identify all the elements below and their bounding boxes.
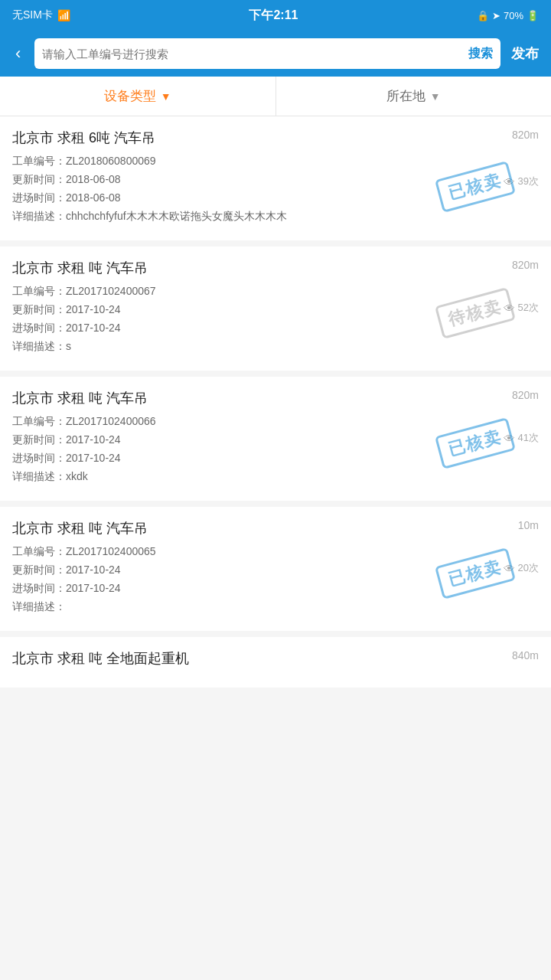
publish-button[interactable]: 发布: [508, 44, 542, 63]
lock-icon: 🔒: [477, 10, 489, 21]
update-time-value: 更新时间：2018-06-08: [12, 173, 121, 187]
status-bar: 无SIM卡 📶 下午2:11 🔒 ➤ 70% 🔋: [0, 0, 551, 31]
no-sim-label: 无SIM卡: [12, 8, 53, 22]
back-button[interactable]: ‹: [9, 41, 27, 67]
status-time: 下午2:11: [249, 8, 298, 24]
wifi-icon: 📶: [57, 9, 70, 21]
list-item[interactable]: 北京市 求租 吨 汽车吊 820m 👁 52次 工单编号：ZL201710240…: [0, 247, 551, 371]
search-button[interactable]: 搜索: [468, 46, 493, 62]
item-distance: 10m: [518, 519, 539, 531]
item-title: 北京市 求租 6吨 汽车吊: [12, 129, 539, 147]
description-value: 详细描述：: [12, 600, 66, 614]
entry-time-value: 进场时间：2018-06-08: [12, 191, 121, 205]
item-distance: 840m: [512, 649, 539, 662]
location-icon: ➤: [492, 10, 500, 21]
search-bar: 搜索: [34, 38, 500, 69]
update-time-value: 更新时间：2017-10-24: [12, 433, 121, 447]
update-time-value: 更新时间：2017-10-24: [12, 564, 121, 577]
description-row: 详细描述：: [12, 600, 539, 614]
description-row: 详细描述：chhchchfyfuf木木木木欧诺拖头女魔头木木木木: [12, 210, 539, 224]
filter-location[interactable]: 所在地 ▼: [276, 77, 552, 116]
item-title: 北京市 求租 吨 全地面起重机: [12, 649, 539, 668]
order-no-label: 工单编号：ZL2018060800069: [12, 155, 156, 168]
order-no-label: 工单编号：ZL2017102400067: [12, 285, 156, 299]
item-title: 北京市 求租 吨 汽车吊: [12, 519, 539, 537]
entry-time-value: 进场时间：2017-10-24: [12, 452, 121, 466]
battery-icon: 🔋: [527, 10, 539, 21]
description-row: 详细描述：xkdk: [12, 470, 539, 484]
battery-label: 70%: [504, 10, 523, 21]
description-value: 详细描述：xkdk: [12, 470, 88, 484]
filter-type[interactable]: 设备类型 ▼: [0, 77, 276, 116]
description-value: 详细描述：s: [12, 340, 71, 354]
order-no-label: 工单编号：ZL2017102400066: [12, 415, 156, 429]
list-item[interactable]: 北京市 求租 吨 汽车吊 820m 👁 41次 工单编号：ZL201710240…: [0, 377, 551, 501]
list-item[interactable]: 北京市 求租 吨 全地面起重机 840m: [0, 637, 551, 688]
order-no-row: 工单编号：ZL2018060800069: [12, 155, 539, 168]
status-left: 无SIM卡 📶: [12, 8, 70, 22]
item-list: 北京市 求租 6吨 汽车吊 820m 👁 39次 工单编号：ZL20180608…: [0, 116, 551, 688]
list-item[interactable]: 北京市 求租 6吨 汽车吊 820m 👁 39次 工单编号：ZL20180608…: [0, 116, 551, 240]
list-item[interactable]: 北京市 求租 吨 汽车吊 10m 👁 20次 工单编号：ZL2017102400…: [0, 507, 551, 631]
search-input[interactable]: [42, 47, 462, 60]
filter-bar: 设备类型 ▼ 所在地 ▼: [0, 77, 551, 116]
item-title: 北京市 求租 吨 汽车吊: [12, 259, 539, 277]
view-count-value: 52次: [518, 301, 539, 315]
chevron-down-icon-location: ▼: [430, 90, 441, 103]
header: ‹ 搜索 发布: [0, 31, 551, 77]
entry-time-value: 进场时间：2017-10-24: [12, 322, 121, 335]
entry-time-value: 进场时间：2017-10-24: [12, 582, 121, 596]
description-row: 详细描述：s: [12, 340, 539, 354]
order-no-row: 工单编号：ZL2017102400066: [12, 415, 539, 429]
update-time-value: 更新时间：2017-10-24: [12, 303, 121, 317]
item-distance: 820m: [512, 259, 539, 271]
view-count-value: 41次: [518, 431, 539, 445]
description-value: 详细描述：chhchchfyfuf木木木木欧诺拖头女魔头木木木木: [12, 210, 287, 224]
filter-type-label: 设备类型: [104, 87, 156, 105]
item-distance: 820m: [512, 129, 539, 141]
filter-location-label: 所在地: [386, 87, 425, 105]
order-no-row: 工单编号：ZL2017102400067: [12, 285, 539, 299]
item-title: 北京市 求租 吨 汽车吊: [12, 389, 539, 407]
order-no-row: 工单编号：ZL2017102400065: [12, 545, 539, 559]
view-count-value: 20次: [518, 561, 539, 575]
item-distance: 820m: [512, 389, 539, 401]
view-count-value: 39次: [518, 175, 539, 188]
status-right: 🔒 ➤ 70% 🔋: [477, 10, 539, 21]
chevron-down-icon-type: ▼: [161, 90, 171, 103]
order-no-label: 工单编号：ZL2017102400065: [12, 545, 156, 559]
